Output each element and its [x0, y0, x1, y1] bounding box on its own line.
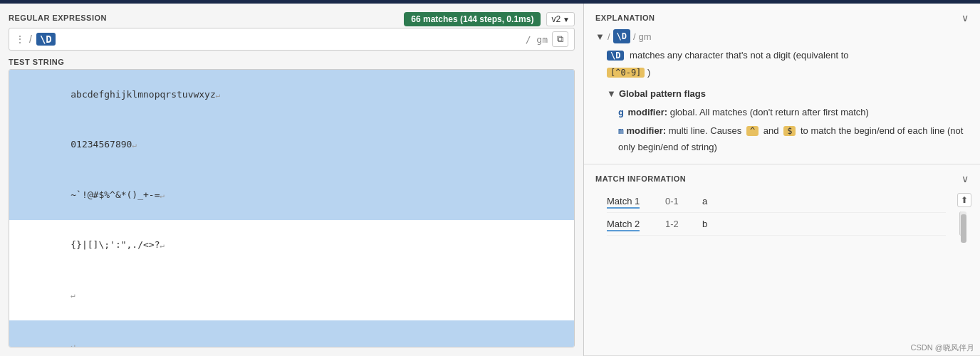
exp-equiv-close: ) — [647, 67, 650, 78]
g-text: global. All matches (don't return after … — [670, 107, 869, 117]
g-flag: g — [618, 107, 624, 117]
match-row-1: Match 1 0-1 a — [607, 190, 946, 213]
regex-pattern[interactable]: \D — [36, 33, 56, 46]
test-string-section: TEST STRING abcdefghijklmnopqrstuvwxyz↵ … — [9, 58, 575, 347]
exp-pattern-badge: \D — [613, 29, 630, 43]
match-scrollbar-area: ⬆ — [957, 190, 969, 236]
explanation-section: EXPLANATION ∨ ▼ / \D / gm \D matches any… — [584, 4, 980, 164]
match-1-value: a — [702, 196, 707, 206]
exp-arrow-down2: ▼ — [607, 86, 616, 102]
m-and: and — [763, 125, 779, 136]
exp-m-flag-row: m modifier: multi line. Causes ^ and $ t… — [618, 123, 969, 155]
exp-main-desc: matches any character that's not a digit… — [630, 50, 848, 61]
match-info-section: MATCH INFORMATION ∨ Match 1 0-1 a — [584, 164, 980, 356]
version-selector[interactable]: v2 ▼ — [546, 12, 575, 26]
match-info-chevron[interactable]: ∨ — [961, 173, 969, 184]
g-modifier: modifier: — [627, 107, 669, 117]
exp-flags: gm — [639, 29, 652, 45]
match-row-2: Match 2 1-2 b — [607, 213, 946, 236]
regex-flags: / gm — [526, 34, 548, 45]
m-caret: ^ — [746, 126, 759, 136]
match-info-title: MATCH INFORMATION — [595, 174, 686, 183]
test-line: abcdefghijklmnopqrstuvwxyz↵ — [9, 70, 574, 120]
test-line: ~`!@#$%^&*()_+-=↵ — [9, 170, 574, 220]
scrollbar-thumb — [961, 214, 966, 243]
regex-input-row: ⋮ / \D / gm ⧉ — [9, 28, 575, 51]
matches-badge: 66 matches (144 steps, 0.1ms) — [404, 12, 541, 26]
regex-section-label: REGULAR EXPRESSION — [9, 14, 107, 22]
match-2-label: Match 2 — [607, 219, 657, 229]
test-string-label: TEST STRING — [9, 58, 575, 66]
exp-main-text: \D matches any character that's not a di… — [607, 48, 969, 63]
scrollbar[interactable] — [959, 211, 966, 236]
test-line: {}|[]\;':",./<>?↵ — [9, 220, 574, 270]
explanation-content: ▼ / \D / gm \D matches any character tha… — [595, 29, 969, 155]
exp-equiv-pattern: [^0-9] — [607, 68, 645, 78]
match-2-range: 1-2 — [665, 219, 694, 229]
m-modifier: modifier: — [626, 125, 668, 136]
exp-slash1: / — [608, 29, 610, 45]
version-label: v2 — [551, 14, 561, 24]
test-string-area[interactable]: abcdefghijklmnopqrstuvwxyz↵ 01234567890↵… — [9, 69, 575, 347]
explanation-chevron[interactable]: ∨ — [961, 12, 969, 23]
left-panel: REGULAR EXPRESSION 66 matches (144 steps… — [0, 4, 584, 356]
test-line: ↵ — [9, 320, 574, 347]
match-1-label-text: Match 1 — [607, 196, 640, 209]
match-2-label-text: Match 2 — [607, 219, 640, 231]
global-flags-label: Global pattern flags — [619, 86, 706, 102]
match-info-header: MATCH INFORMATION ∨ — [595, 173, 969, 184]
exp-arrow-down: ▼ — [595, 29, 605, 45]
m-dollar: $ — [783, 126, 796, 136]
explanation-title: EXPLANATION — [595, 14, 655, 22]
drag-handle[interactable]: ⋮ — [15, 33, 25, 45]
exp-global-flags-row: ▼ Global pattern flags — [607, 86, 969, 102]
match-info-with-scroll: Match 1 0-1 a Match 2 1-2 b — [595, 190, 969, 236]
exp-equivalent: [^0-9] ) — [607, 65, 969, 80]
exp-slash2: / — [633, 29, 636, 45]
regex-section: REGULAR EXPRESSION 66 matches (144 steps… — [9, 12, 575, 51]
match-info-content: Match 1 0-1 a Match 2 1-2 b — [595, 190, 957, 236]
match-1-label: Match 1 — [607, 196, 657, 206]
test-line: 01234567890↵ — [9, 120, 574, 169]
watermark: CSDN @晓风伴月 — [911, 342, 974, 353]
test-line: ↵ — [9, 271, 574, 320]
copy-button[interactable]: ⧉ — [552, 31, 568, 47]
regex-header: REGULAR EXPRESSION 66 matches (144 steps… — [9, 12, 575, 26]
exp-g-flag-row: g modifier: global. All matches (don't r… — [618, 105, 969, 120]
slash-left: / — [29, 33, 32, 45]
match-1-range: 0-1 — [665, 196, 694, 206]
right-panel: EXPLANATION ∨ ▼ / \D / gm \D matches any… — [584, 4, 980, 356]
version-chevron: ▼ — [563, 16, 570, 23]
export-button[interactable]: ⬆ — [957, 193, 971, 207]
m-text1: multi line. Causes — [669, 125, 742, 136]
match-2-value: b — [702, 219, 707, 229]
exp-d-badge: \D — [607, 51, 624, 61]
main-container: REGULAR EXPRESSION 66 matches (144 steps… — [0, 4, 980, 356]
explanation-header: EXPLANATION ∨ — [595, 12, 969, 23]
m-flag: m — [618, 125, 624, 136]
exp-regex-line: ▼ / \D / gm — [595, 29, 969, 45]
